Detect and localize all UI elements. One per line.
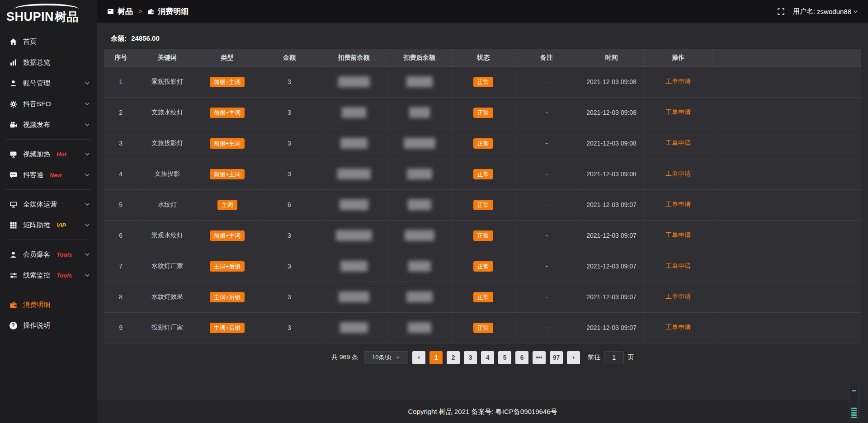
more-pages-button[interactable]: ••• [533, 351, 546, 364]
sidebar-item-member-baoke[interactable]: 会员爆客Tools [0, 244, 97, 265]
sidebar-item-douketong[interactable]: 抖客通New [0, 164, 97, 185]
video-icon [9, 121, 17, 129]
goto-input[interactable] [604, 351, 624, 364]
work-order-link[interactable]: 工单申请 [665, 78, 691, 85]
table-header-cell: 时间 [579, 49, 644, 66]
cell-type: 主词+后缀 [197, 282, 258, 312]
cell-amount: 3 [258, 128, 321, 159]
table-row: 1景观投影灯前缀+主词3正常-2021-12-03 09:08工单申请 [104, 66, 861, 97]
cell-action: 工单申请 [644, 97, 712, 128]
cell-amount: 3 [258, 97, 321, 128]
cell-type: 主词+后缀 [197, 312, 258, 343]
cell-note: - [514, 251, 579, 282]
chevron-down-icon [85, 151, 90, 157]
sidebar-item-video-publish[interactable]: 视频发布 [0, 114, 97, 135]
fullscreen-button[interactable] [777, 8, 785, 15]
cell-time: 2021-12-03 09:08 [579, 128, 644, 159]
work-order-link[interactable]: 工单申请 [665, 139, 691, 146]
cell-status: 正常 [452, 220, 514, 251]
sidebar-item-account-manage[interactable]: 账号管理 [0, 73, 97, 94]
page-button-3[interactable]: 3 [464, 351, 477, 364]
sidebar-item-clue-monitor[interactable]: 线索监控Tools [0, 265, 97, 286]
type-badge: 主词+后缀 [210, 261, 245, 272]
cell-pre-balance [321, 128, 387, 159]
sidebar-item-badge: Tools [57, 272, 72, 279]
page-button-2[interactable]: 2 [447, 351, 460, 364]
cell-index: 8 [104, 282, 138, 312]
table-header-cell: 状态 [452, 49, 514, 66]
prev-page-button[interactable]: ‹ [412, 351, 425, 364]
cell-amount: 3 [258, 312, 321, 343]
status-badge: 正常 [473, 169, 493, 179]
next-page-button[interactable]: › [567, 351, 580, 364]
user-name: zswodun88 [817, 8, 851, 15]
sidebar-item-label: 视频发布 [23, 121, 50, 129]
page-button-4[interactable]: 4 [481, 351, 494, 364]
monitor-icon [9, 200, 17, 208]
cell-time: 2021-12-03 09:07 [579, 312, 644, 343]
sidebar-item-badge: VIP [57, 222, 66, 229]
cell-status: 正常 [452, 282, 514, 312]
cell-filler [712, 251, 861, 282]
breadcrumb-root[interactable]: 树品 [118, 6, 133, 17]
cell-index: 7 [104, 251, 138, 282]
sidebar-item-home[interactable]: 首页 [0, 31, 97, 52]
chevron-down-icon [85, 101, 90, 107]
work-order-link[interactable]: 工单申请 [665, 108, 691, 116]
masked-value [342, 107, 366, 118]
cell-pre-balance [321, 159, 387, 189]
cell-filler [712, 312, 861, 343]
page-button-97[interactable]: 97 [550, 351, 563, 364]
cell-type: 主词+后缀 [197, 251, 258, 282]
sidebar-item-media-operation[interactable]: 全媒体运营 [0, 194, 97, 215]
cell-pre-balance [321, 189, 387, 220]
masked-value [338, 76, 370, 87]
cell-post-balance [387, 220, 452, 251]
page-button-1[interactable]: 1 [429, 351, 443, 364]
status-badge: 正常 [473, 138, 493, 149]
cell-keyword: 投影灯厂家 [138, 312, 197, 343]
page-button-6[interactable]: 6 [515, 351, 528, 364]
masked-value [406, 76, 433, 87]
page-button-5[interactable]: 5 [498, 351, 511, 364]
work-order-link[interactable]: 工单申请 [665, 170, 691, 177]
top-header: 树品 > 消费明细 用户名: zswodun88 [97, 0, 868, 23]
sidebar-item-video-heat[interactable]: 视频加热Hot [0, 144, 97, 164]
work-order-link[interactable]: 工单申请 [665, 262, 691, 269]
sidebar-item-operation-guide[interactable]: ?操作说明 [0, 315, 97, 336]
table-row: 3文旅投影灯前缀+主词3正常-2021-12-03 09:08工单申请 [104, 128, 861, 159]
table-header-cell: 关键词 [138, 49, 197, 66]
page-size-select[interactable]: 10条/页 [364, 351, 408, 364]
sidebar-item-label: 全媒体运营 [23, 200, 57, 209]
cell-post-balance [387, 159, 452, 189]
cell-keyword: 景观投影灯 [138, 66, 197, 97]
cell-time: 2021-12-03 09:07 [579, 189, 644, 220]
balance-value: 24856.00 [131, 34, 160, 42]
sidebar-item-matrix-boost[interactable]: 矩阵助推VIP [0, 215, 97, 235]
page-buttons: ‹123456•••97› [412, 351, 580, 364]
sliders-icon [9, 271, 17, 279]
masked-value [408, 322, 431, 333]
user-menu[interactable]: 用户名: zswodun88 [793, 7, 858, 16]
work-order-link[interactable]: 工单申请 [665, 231, 691, 239]
sidebar-divider [6, 240, 91, 240]
sidebar-item-data-overview[interactable]: 数据总览 [0, 52, 97, 73]
table-header: 序号关键词类型金额扣费前余额扣费后余额状态备注时间操作 [104, 49, 861, 66]
sidebar-divider [6, 139, 91, 140]
breadcrumb-current: 消费明细 [158, 6, 189, 17]
cell-pre-balance [321, 97, 387, 128]
balance-label: 余额: [111, 34, 127, 42]
sidebar-item-consumption-detail[interactable]: 消费明细 [0, 294, 97, 315]
sidebar-item-label: 线索监控 [23, 271, 50, 280]
masked-value [340, 261, 368, 272]
work-order-link[interactable]: 工单申请 [665, 293, 691, 300]
masked-value [336, 230, 372, 241]
cell-post-balance [387, 97, 452, 128]
work-order-link[interactable]: 工单申请 [665, 201, 691, 208]
sidebar-item-douyin-seo[interactable]: 抖音SEO [0, 94, 97, 114]
work-order-link[interactable]: 工单申请 [665, 324, 691, 331]
type-badge: 主词 [217, 200, 237, 210]
user-icon [9, 79, 17, 87]
chat-widget[interactable] [849, 387, 859, 421]
chevron-down-icon [853, 8, 858, 15]
